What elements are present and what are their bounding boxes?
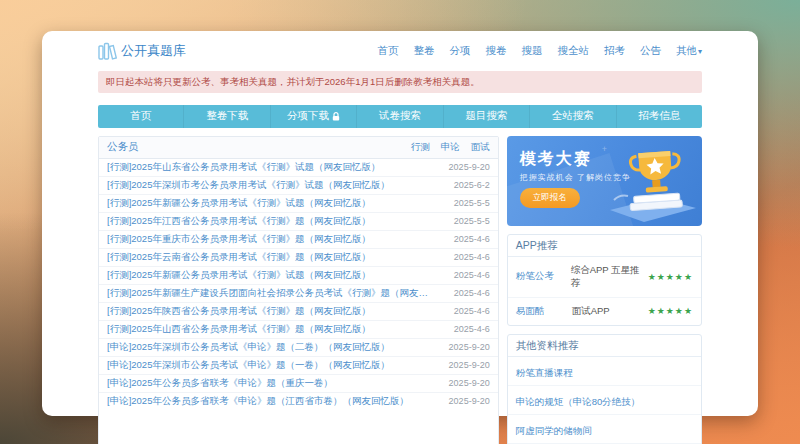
exam-date: 2025-4-6 bbox=[454, 288, 490, 298]
exam-date: 2025-4-6 bbox=[454, 306, 490, 316]
exam-date: 2025-4-6 bbox=[454, 252, 490, 262]
exam-row: [行测]2025年深圳市考公务员录用考试《行测》试题（网友回忆版）2025-6-… bbox=[99, 177, 498, 195]
exam-date: 2025-4-6 bbox=[454, 234, 490, 244]
app-recommend-panel: APP推荐 粉笔公考综合APP 五星推荐★★★★★易面酷面试APP★★★★★ bbox=[507, 234, 702, 326]
tab-题目搜索[interactable]: 题目搜索 bbox=[443, 105, 529, 128]
banner-title: 模考大赛 bbox=[520, 149, 592, 170]
app-rows: 粉笔公考综合APP 五星推荐★★★★★易面酷面试APP★★★★★ bbox=[508, 257, 701, 325]
exam-row: [行测]2025年新疆公务员录用考试《行测》试题（网友回忆版）2025-4-6 bbox=[99, 267, 498, 285]
contest-banner[interactable]: + + 模考大赛 把握实战机会 了解岗位竞争 立即报名 bbox=[507, 136, 702, 226]
tab-招考信息[interactable]: 招考信息 bbox=[616, 105, 702, 128]
app-description: 面试APP bbox=[572, 305, 610, 318]
exam-date: 2025-9-20 bbox=[449, 342, 490, 352]
resource-row: 申论的规矩（申论80分绝技） bbox=[508, 386, 701, 415]
exam-date: 2025-9-20 bbox=[449, 162, 490, 172]
exam-date: 2025-9-20 bbox=[449, 378, 490, 388]
nav-item-首页[interactable]: 首页 bbox=[377, 44, 398, 58]
lock-icon bbox=[332, 112, 340, 121]
nav-item-搜题[interactable]: 搜题 bbox=[521, 44, 542, 58]
exam-link[interactable]: [行测]2025年深圳市考公务员录用考试《行测》试题（网友回忆版） bbox=[107, 179, 390, 192]
nav-item-搜全站[interactable]: 搜全站 bbox=[557, 44, 589, 58]
exam-link[interactable]: [申论]2025年深圳市公务员考试《申论》题（二卷）（网友回忆版） bbox=[107, 341, 390, 354]
exam-rows: [行测]2025年山东省公务员录用考试《行测》试题（网友回忆版）2025-9-2… bbox=[99, 159, 498, 410]
browser-page-card: 公开真题库 首页整卷分项搜卷搜题搜全站招考公告其他▾ 即日起本站将只更新公考、事… bbox=[42, 31, 758, 416]
exam-link[interactable]: [申论]2025年公务员多省联考《申论》题（重庆一卷） bbox=[107, 377, 333, 390]
app-row: 粉笔公考综合APP 五星推荐★★★★★ bbox=[508, 257, 701, 298]
nav-item-招考[interactable]: 招考 bbox=[604, 44, 625, 58]
tab-全站搜索[interactable]: 全站搜索 bbox=[529, 105, 615, 128]
rating-stars-icon: ★★★★★ bbox=[648, 272, 693, 282]
exam-link[interactable]: [行测]2025年山东省公务员录用考试《行测》试题（网友回忆版） bbox=[107, 161, 380, 174]
logo-books-icon bbox=[98, 42, 117, 60]
exam-list-title[interactable]: 公务员 bbox=[107, 140, 139, 154]
tab-试卷搜索[interactable]: 试卷搜索 bbox=[356, 105, 442, 128]
resource-row: 阿虚同学的储物间 bbox=[508, 415, 701, 444]
other-resources-panel: 其他资料推荐 粉笔直播课程申论的规矩（申论80分绝技）阿虚同学的储物间医考题库小… bbox=[507, 334, 702, 444]
top-nav: 首页整卷分项搜卷搜题搜全站招考公告其他▾ bbox=[377, 44, 702, 58]
app-recommend-title: APP推荐 bbox=[508, 235, 701, 257]
exam-link[interactable]: [行测]2025年云南省公务员录用考试《行测》题（网友回忆版） bbox=[107, 251, 371, 264]
exam-link[interactable]: [申论]2025年公务员多省联考《申论》题（江西省市卷）（网友回忆版） bbox=[107, 395, 409, 408]
nav-item-分项[interactable]: 分项 bbox=[449, 44, 470, 58]
exam-date: 2025-9-20 bbox=[449, 360, 490, 370]
exam-row: [行测]2025年重庆市公务员录用考试《行测》题（网友回忆版）2025-4-6 bbox=[99, 231, 498, 249]
exam-row: [行测]2025年陕西省公务员录用考试《行测》题（网友回忆版）2025-4-6 bbox=[99, 303, 498, 321]
exam-row: [行测]2025年山西省公务员录用考试《行测》题（网友回忆版）2025-4-6 bbox=[99, 321, 498, 339]
trophy-icon bbox=[600, 144, 700, 226]
exam-row: [行测]2025年新疆公务员录用考试《行测》试题（网友回忆版）2025-5-5 bbox=[99, 195, 498, 213]
nav-item-整卷[interactable]: 整卷 bbox=[413, 44, 434, 58]
resource-link[interactable]: 申论的规矩（申论80分绝技） bbox=[516, 396, 641, 407]
app-row: 易面酷面试APP★★★★★ bbox=[508, 298, 701, 325]
tab-bar: 首页整卷下载分项下载试卷搜索题目搜索全站搜索招考信息 bbox=[98, 105, 702, 128]
exam-date: 2025-4-6 bbox=[454, 270, 490, 280]
exam-list-header: 公务员 行测申论面试 bbox=[99, 137, 498, 159]
main-content: 公务员 行测申论面试 [行测]2025年山东省公务员录用考试《行测》试题（网友回… bbox=[98, 136, 702, 444]
app-name-link[interactable]: 粉笔公考 bbox=[516, 270, 571, 283]
nav-item-more[interactable]: 其他▾ bbox=[676, 44, 702, 58]
exam-link[interactable]: [行测]2025年江西省公务员录用考试《行测》题（网友回忆版） bbox=[107, 215, 371, 228]
exam-date: 2025-9-20 bbox=[449, 396, 490, 406]
exam-list-panel: 公务员 行测申论面试 [行测]2025年山东省公务员录用考试《行测》试题（网友回… bbox=[98, 136, 499, 444]
desktop-background: 公开真题库 首页整卷分项搜卷搜题搜全站招考公告其他▾ 即日起本站将只更新公考、事… bbox=[0, 0, 800, 444]
site-title: 公开真题库 bbox=[121, 42, 186, 60]
exam-link[interactable]: [行测]2025年重庆市公务员录用考试《行测》题（网友回忆版） bbox=[107, 233, 371, 246]
exam-row: [申论]2025年深圳市公务员考试《申论》题（一卷）（网友回忆版）2025-9-… bbox=[99, 357, 498, 375]
filter-申论[interactable]: 申论 bbox=[441, 141, 460, 154]
filter-行测[interactable]: 行测 bbox=[411, 141, 430, 154]
exam-date: 2025-4-6 bbox=[454, 324, 490, 334]
exam-row: [行测]2025年新疆生产建设兵团面向社会招录公务员考试《行测》题（网友回忆版）… bbox=[99, 285, 498, 303]
tab-整卷下载[interactable]: 整卷下载 bbox=[183, 105, 269, 128]
exam-row: [行测]2025年云南省公务员录用考试《行测》题（网友回忆版）2025-4-6 bbox=[99, 249, 498, 267]
exam-link[interactable]: [行测]2025年新疆生产建设兵团面向社会招录公务员考试《行测》题（网友回忆版） bbox=[107, 287, 437, 300]
tab-分项下载[interactable]: 分项下载 bbox=[270, 105, 356, 128]
app-name-link[interactable]: 易面酷 bbox=[516, 305, 572, 318]
resource-link[interactable]: 粉笔直播课程 bbox=[516, 367, 573, 378]
exam-link[interactable]: [行测]2025年山西省公务员录用考试《行测》题（网友回忆版） bbox=[107, 323, 371, 336]
exam-link[interactable]: [行测]2025年陕西省公务员录用考试《行测》题（网友回忆版） bbox=[107, 305, 371, 318]
tab-首页[interactable]: 首页 bbox=[98, 105, 183, 128]
exam-row: [申论]2025年公务员多省联考《申论》题（江西省市卷）（网友回忆版）2025-… bbox=[99, 393, 498, 410]
resource-link[interactable]: 阿虚同学的储物间 bbox=[516, 425, 592, 436]
nav-item-公告[interactable]: 公告 bbox=[640, 44, 661, 58]
signup-button[interactable]: 立即报名 bbox=[520, 188, 580, 208]
site-logo[interactable]: 公开真题库 bbox=[98, 42, 186, 60]
exam-link[interactable]: [行测]2025年新疆公务员录用考试《行测》试题（网友回忆版） bbox=[107, 269, 371, 282]
exam-link[interactable]: [行测]2025年新疆公务员录用考试《行测》试题（网友回忆版） bbox=[107, 197, 371, 210]
exam-list-filters: 行测申论面试 bbox=[411, 141, 490, 154]
filter-面试[interactable]: 面试 bbox=[471, 141, 490, 154]
exam-date: 2025-6-2 bbox=[454, 180, 490, 190]
rating-stars-icon: ★★★★★ bbox=[648, 306, 693, 316]
sidebar: + + 模考大赛 把握实战机会 了解岗位竞争 立即报名 bbox=[507, 136, 702, 444]
chevron-down-icon: ▾ bbox=[698, 47, 702, 56]
exam-date: 2025-5-5 bbox=[454, 216, 490, 226]
notice-bar: 即日起本站将只更新公考、事考相关真题，并计划于2026年1月1日后删除教考相关真… bbox=[98, 71, 702, 93]
site-header: 公开真题库 首页整卷分项搜卷搜题搜全站招考公告其他▾ bbox=[98, 31, 702, 67]
other-resources-title: 其他资料推荐 bbox=[508, 335, 701, 357]
exam-row: [行测]2025年江西省公务员录用考试《行测》题（网友回忆版）2025-5-5 bbox=[99, 213, 498, 231]
exam-link[interactable]: [申论]2025年深圳市公务员考试《申论》题（一卷）（网友回忆版） bbox=[107, 359, 390, 372]
exam-date: 2025-5-5 bbox=[454, 198, 490, 208]
nav-item-搜卷[interactable]: 搜卷 bbox=[485, 44, 506, 58]
exam-row: [申论]2025年公务员多省联考《申论》题（重庆一卷）2025-9-20 bbox=[99, 375, 498, 393]
resource-rows: 粉笔直播课程申论的规矩（申论80分绝技）阿虚同学的储物间医考题库小程序 bbox=[508, 357, 701, 444]
resource-row: 粉笔直播课程 bbox=[508, 357, 701, 386]
